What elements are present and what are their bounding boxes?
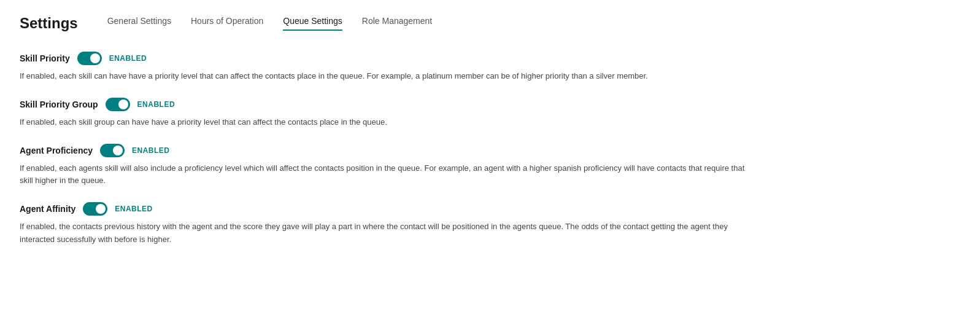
agent-proficiency-toggle-thumb [113, 146, 123, 155]
skill-priority-group-label: Skill Priority Group [20, 100, 98, 109]
page-container: Settings General Settings Hours of Opera… [0, 0, 980, 276]
skill-priority-toggle-track[interactable] [77, 52, 102, 65]
tab-navigation: General Settings Hours of Operation Queu… [107, 16, 433, 31]
skill-priority-group-row: Skill Priority Group ENABLED [20, 98, 960, 111]
agent-affinity-toggle-thumb [96, 204, 106, 214]
agent-affinity-label: Agent Affinity [20, 204, 75, 214]
tab-hours-of-operation[interactable]: Hours of Operation [191, 16, 263, 31]
agent-proficiency-label: Agent Proficiency [20, 146, 93, 155]
skill-priority-status: ENABLED [109, 54, 147, 63]
page-header: Settings General Settings Hours of Opera… [20, 15, 960, 32]
skill-priority-toggle-thumb [90, 53, 100, 63]
agent-proficiency-row: Agent Proficiency ENABLED [20, 144, 960, 157]
skill-priority-toggle[interactable] [77, 52, 102, 65]
page-title: Settings [20, 15, 78, 32]
skill-priority-group-toggle-track[interactable] [106, 98, 130, 111]
agent-affinity-section: Agent Affinity ENABLED If enabled, the c… [20, 202, 960, 246]
skill-priority-description: If enabled, each skill can have have a p… [20, 70, 756, 83]
agent-proficiency-toggle-track[interactable] [100, 144, 125, 157]
agent-affinity-status: ENABLED [115, 205, 153, 213]
settings-content: Skill Priority ENABLED If enabled, each … [20, 52, 960, 246]
agent-affinity-toggle-track[interactable] [83, 202, 107, 216]
skill-priority-group-toggle[interactable] [106, 98, 130, 111]
agent-proficiency-description: If enabled, each agents skill will also … [20, 162, 756, 188]
agent-affinity-description: If enabled, the contacts previous histor… [20, 221, 756, 246]
agent-affinity-toggle[interactable] [83, 202, 107, 216]
agent-proficiency-status: ENABLED [132, 146, 170, 155]
skill-priority-section: Skill Priority ENABLED If enabled, each … [20, 52, 960, 83]
skill-priority-label: Skill Priority [20, 53, 70, 63]
skill-priority-group-status: ENABLED [137, 100, 176, 109]
tab-role-management[interactable]: Role Management [362, 16, 432, 31]
tab-queue-settings[interactable]: Queue Settings [283, 16, 342, 31]
skill-priority-group-description: If enabled, each skill group can have ha… [20, 116, 756, 129]
agent-proficiency-toggle[interactable] [100, 144, 125, 157]
skill-priority-group-toggle-thumb [118, 100, 128, 109]
agent-affinity-row: Agent Affinity ENABLED [20, 202, 960, 216]
tab-general-settings[interactable]: General Settings [107, 16, 171, 31]
skill-priority-group-section: Skill Priority Group ENABLED If enabled,… [20, 98, 960, 129]
agent-proficiency-section: Agent Proficiency ENABLED If enabled, ea… [20, 144, 960, 188]
skill-priority-row: Skill Priority ENABLED [20, 52, 960, 65]
